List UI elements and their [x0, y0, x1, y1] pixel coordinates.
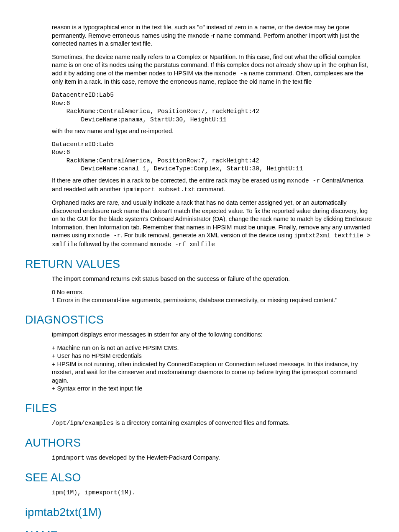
- text: was developed by the Hewlett-Packard Com…: [84, 454, 220, 461]
- return-code-0: 0 No errors.: [52, 288, 374, 297]
- paragraph: ipm(1M), ipmexport(1M).: [52, 488, 374, 497]
- heading-files: FILES: [25, 401, 374, 416]
- paragraph: ipmimport was developed by the Hewlett-P…: [52, 454, 374, 463]
- return-code-1: 1 Errors in the command-line arguments, …: [52, 296, 374, 305]
- inline-code: ipm(1M), ipmexport(1M).: [52, 489, 136, 496]
- paragraph: ipmimport displays error messages in std…: [52, 331, 374, 339]
- heading-diagnostics: DIAGNOSTICS: [25, 312, 374, 327]
- text: followed by the command: [77, 241, 149, 247]
- paragraph: If there are other devices in a rack to …: [52, 177, 374, 194]
- paragraph: reason is a typographical error in the t…: [52, 23, 374, 48]
- heading-see-also: SEE ALSO: [25, 470, 374, 485]
- inline-code: ipmimport subset.txt: [123, 186, 195, 193]
- paragraph: Orphaned racks are rare, and usually ind…: [52, 199, 374, 249]
- paragraph: Sometimes, the device name really refers…: [52, 53, 374, 86]
- inline-code: /opt/ipm/examples: [52, 420, 114, 427]
- code-block: DatacentreID:Lab5 Row:6 RackName:Central…: [52, 141, 374, 173]
- text: If there are other devices in a rack to …: [52, 177, 287, 184]
- text: command.: [195, 186, 225, 193]
- heading-authors: AUTHORS: [25, 435, 374, 450]
- paragraph: /opt/ipm/examples is a directory contain…: [52, 419, 374, 428]
- inline-code: mxnode -r: [287, 177, 320, 184]
- bullet-item: + HPSIM is not running, often indicated …: [52, 360, 374, 385]
- bullet-item: + User has no HPSIM credentials: [52, 352, 374, 360]
- code-block: DatacentreID:Lab5 Row:6 RackName:Central…: [52, 91, 374, 124]
- inline-code: mxnode -a: [215, 70, 247, 77]
- paragraph: The import command returns exit status b…: [52, 275, 374, 283]
- bullet-item: + Machine run on is not an active HPSIM …: [52, 344, 374, 352]
- heading-name: NAME: [25, 527, 374, 532]
- heading-return-values: RETURN VALUES: [25, 257, 374, 272]
- inline-code: ipmimport: [52, 455, 84, 461]
- heading-ipmtab2txt: ipmtab2txt(1M): [25, 505, 374, 520]
- bullet-item: + Syntax error in the text input file: [52, 385, 374, 393]
- text: . For bulk removal, generate an XML vers…: [121, 232, 294, 239]
- text: is a directory containing examples of co…: [114, 419, 290, 426]
- inline-code: mxnode -r: [88, 232, 120, 239]
- paragraph: with the new name and type and re-import…: [52, 127, 374, 136]
- inline-code: mxnode -rf xmlfile: [149, 241, 215, 248]
